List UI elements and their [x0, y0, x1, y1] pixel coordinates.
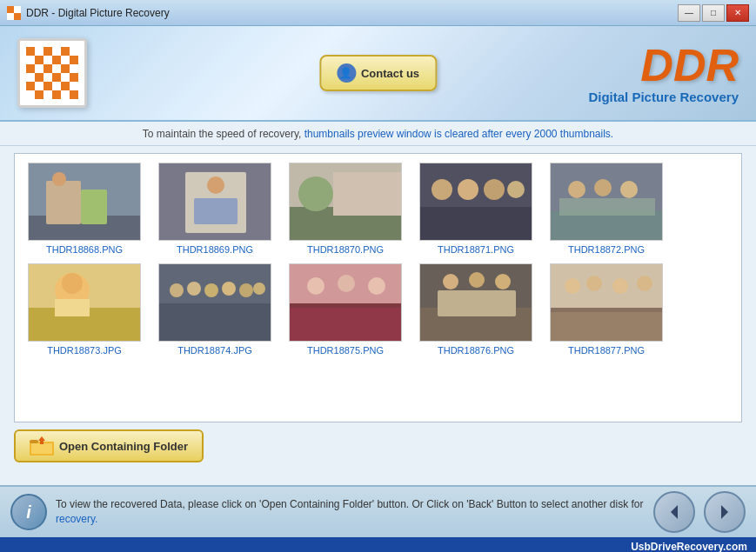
logo-cell: [26, 64, 35, 73]
forward-button[interactable]: [704, 491, 746, 533]
svg-point-52: [469, 272, 485, 288]
logo-cell: [61, 90, 70, 99]
thumbnail-image: [28, 263, 141, 342]
logo-cell: [70, 47, 78, 56]
logo-cell: [61, 73, 70, 82]
header-right: DDR Digital Picture Recovery: [588, 43, 739, 104]
thumbnail-item[interactable]: THDR18877.PNG: [545, 263, 667, 356]
logo-cell: [26, 73, 35, 82]
thumbnail-item[interactable]: THDR18868.PNG: [23, 163, 145, 255]
logo-cell: [35, 64, 43, 73]
contact-label: Contact us: [361, 67, 419, 80]
app-icon: [7, 6, 21, 20]
thumbnail-item[interactable]: THDR18871.PNG: [415, 163, 537, 255]
maximize-button[interactable]: □: [702, 4, 725, 22]
svg-point-36: [170, 283, 184, 297]
thumbnail-label: THDR18872.PNG: [568, 244, 645, 255]
svg-point-11: [207, 176, 224, 194]
svg-rect-28: [559, 198, 655, 216]
forward-icon: [716, 503, 733, 521]
minimize-button[interactable]: —: [678, 4, 700, 22]
svg-point-26: [594, 179, 612, 196]
close-button[interactable]: ✕: [726, 4, 749, 22]
thumbnail-item[interactable]: THDR18875.PNG: [284, 263, 406, 356]
logo-checkerboard: [26, 47, 78, 99]
svg-point-38: [204, 283, 218, 297]
thumbnail-label: THDR18868.PNG: [46, 244, 123, 255]
thumbnail-image: [419, 163, 532, 241]
thumbnail-item[interactable]: THDR18873.JPG: [23, 263, 145, 356]
svg-rect-2: [14, 6, 21, 13]
svg-rect-12: [194, 198, 238, 224]
logo-cell: [43, 56, 52, 64]
thumbnail-item[interactable]: THDR18869.PNG: [154, 163, 276, 255]
logo-cell: [35, 47, 43, 56]
status-bar-text: UsbDriveRecovery.com: [631, 541, 747, 552]
thumbnail-image: [419, 263, 532, 342]
svg-point-57: [586, 276, 602, 291]
thumbnail-label: THDR18875.PNG: [307, 345, 384, 356]
svg-point-44: [307, 277, 324, 295]
thumbnail-image: [550, 163, 663, 241]
svg-marker-66: [671, 505, 678, 519]
thumbnail-area[interactable]: THDR18868.PNG THDR18869.PNG THDR18870.PN…: [14, 153, 742, 422]
svg-rect-15: [333, 172, 402, 216]
thumbnail-label: THDR18870.PNG: [307, 244, 384, 255]
logo-cell: [43, 90, 52, 99]
svg-point-7: [52, 172, 66, 186]
info-bar: To maintain the speed of recovery, thumb…: [0, 122, 756, 146]
bottom-info-text: To view the recovered Data, please click…: [56, 497, 645, 527]
logo-cell: [52, 90, 61, 99]
svg-point-41: [253, 283, 265, 295]
thumbnail-image: [158, 163, 271, 241]
logo-cell: [61, 82, 70, 90]
thumbnail-item[interactable]: THDR18874.JPG: [154, 263, 276, 356]
thumbnail-label: THDR18869.PNG: [177, 244, 253, 255]
svg-rect-33: [55, 299, 90, 316]
open-folder-button[interactable]: Open Containing Folder: [14, 429, 204, 462]
title-bar-controls: — □ ✕: [678, 4, 749, 22]
logo-cell: [43, 73, 52, 82]
svg-rect-3: [7, 13, 14, 20]
back-button[interactable]: [653, 491, 695, 533]
svg-point-20: [458, 179, 478, 200]
svg-marker-67: [721, 505, 728, 519]
thumbnail-image: [289, 163, 402, 241]
info-text: To maintain the speed of recovery, thumb…: [143, 128, 613, 140]
logo-cell: [70, 73, 78, 82]
header: 👤 Contact us DDR Digital Picture Recover…: [0, 26, 756, 122]
svg-point-32: [62, 273, 83, 294]
logo-cell: [26, 56, 35, 64]
open-folder-label: Open Containing Folder: [59, 440, 188, 453]
logo-cell: [43, 64, 52, 73]
contact-icon: 👤: [337, 63, 356, 83]
svg-point-40: [239, 283, 253, 297]
thumbnail-label: THDR18873.JPG: [47, 345, 122, 356]
logo-cell: [35, 90, 43, 99]
logo-cell: [52, 64, 61, 73]
svg-rect-63: [31, 443, 52, 454]
svg-point-16: [298, 176, 333, 211]
contact-button[interactable]: 👤 Contact us: [319, 55, 437, 91]
bottom-text-highlighted: recovery.: [56, 513, 97, 525]
svg-point-19: [432, 179, 452, 200]
thumbnail-item[interactable]: THDR18872.PNG: [545, 163, 667, 255]
thumbnail-label: THDR18874.JPG: [177, 345, 252, 356]
folder-icon: [30, 436, 54, 456]
info-text-highlighted: thumbnails preview window is cleared aft…: [304, 128, 614, 140]
thumbnail-image: [28, 163, 141, 241]
logo-cell: [35, 82, 43, 90]
thumbnail-item[interactable]: THDR18870.PNG: [284, 163, 406, 255]
logo-cell: [52, 82, 61, 90]
title-bar-left: DDR - Digital Picture Recovery: [7, 6, 170, 20]
svg-rect-24: [551, 211, 663, 241]
svg-point-21: [484, 179, 505, 200]
svg-rect-0: [7, 6, 14, 13]
thumbnail-item[interactable]: THDR18876.PNG: [415, 263, 537, 356]
svg-point-51: [443, 274, 458, 289]
thumbnail-label: THDR18871.PNG: [438, 244, 514, 255]
svg-rect-50: [438, 290, 516, 316]
bottom-bar: i To view the recovered Data, please cli…: [0, 485, 756, 537]
svg-point-53: [495, 274, 511, 289]
svg-point-25: [568, 181, 585, 198]
